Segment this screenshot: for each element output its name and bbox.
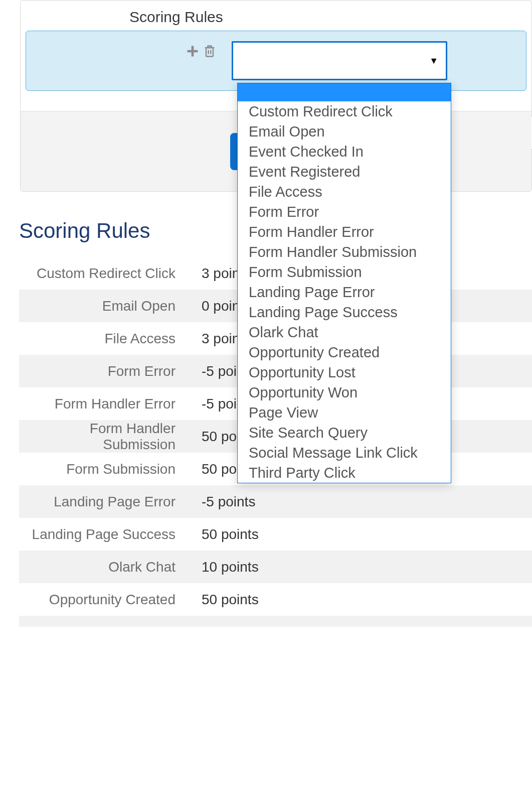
dropdown-option[interactable]: Email Open: [238, 121, 451, 142]
rule-label: Email Open: [19, 298, 190, 314]
rule-value: -5 points: [190, 494, 255, 510]
trash-icon[interactable]: [203, 44, 217, 60]
dropdown-option[interactable]: Opportunity Won: [238, 382, 451, 402]
rule-label: Form Handler Error: [19, 396, 190, 412]
rule-label: Form Handler Submission: [19, 421, 190, 453]
table-row: Olark Chat10 points: [19, 551, 532, 583]
scoring-rule-row: ▼: [26, 31, 526, 91]
rule-value: 50 points: [190, 592, 259, 608]
rule-label: Opportunity Created: [19, 592, 190, 608]
rule-label: Landing Page Error: [19, 494, 190, 510]
dropdown-option[interactable]: Opportunity Lost: [238, 362, 451, 382]
dropdown-option[interactable]: Form Submission: [238, 262, 451, 282]
rule-type-select[interactable]: [232, 41, 447, 80]
dropdown-option[interactable]: Event Registered: [238, 162, 451, 182]
dropdown-option[interactable]: Olark Chat: [238, 322, 451, 342]
dropdown-option[interactable]: File Access: [238, 182, 451, 202]
rule-value: 10 points: [190, 559, 259, 575]
dropdown-option[interactable]: Third Party Click: [238, 463, 451, 483]
dropdown-option[interactable]: Form Handler Error: [238, 222, 451, 242]
plus-icon[interactable]: [186, 44, 200, 60]
dropdown-list[interactable]: Custom Redirect ClickEmail OpenEvent Che…: [238, 101, 451, 483]
rule-value: 50 points: [190, 526, 259, 543]
rule-label: File Access: [19, 331, 190, 347]
rule-label: Custom Redirect Click: [19, 265, 190, 282]
rule-label: Form Submission: [19, 461, 190, 477]
table-row: Landing Page Success50 points: [19, 518, 532, 551]
dropdown-option[interactable]: Social Message Link Click: [238, 443, 451, 463]
dropdown-option[interactable]: Form Handler Submission: [238, 242, 451, 262]
table-row: [19, 616, 532, 627]
dropdown-option[interactable]: Landing Page Success: [238, 302, 451, 322]
rule-label: Form Error: [19, 363, 190, 379]
rule-label: Olark Chat: [19, 559, 190, 575]
dropdown-option[interactable]: Landing Page Error: [238, 282, 451, 302]
svg-rect-0: [206, 48, 213, 57]
dropdown-option[interactable]: Site Search Query: [238, 423, 451, 443]
dropdown-blank-option[interactable]: [238, 83, 451, 101]
rule-type-dropdown: Custom Redirect ClickEmail OpenEvent Che…: [237, 83, 451, 483]
dropdown-option[interactable]: Page View: [238, 402, 451, 423]
scoring-rules-form-panel: Scoring Rules ▼ Custom Redirect ClickEma…: [20, 0, 532, 192]
section-label: Scoring Rules: [26, 1, 526, 31]
dropdown-option[interactable]: Custom Redirect Click: [238, 101, 451, 121]
dropdown-option[interactable]: Form Error: [238, 202, 451, 222]
table-row: Landing Page Error-5 points: [19, 485, 532, 518]
dropdown-option[interactable]: Opportunity Created: [238, 342, 451, 362]
dropdown-option[interactable]: Event Checked In: [238, 142, 451, 162]
rule-label: Landing Page Success: [19, 526, 190, 543]
table-row: Opportunity Created50 points: [19, 583, 532, 616]
